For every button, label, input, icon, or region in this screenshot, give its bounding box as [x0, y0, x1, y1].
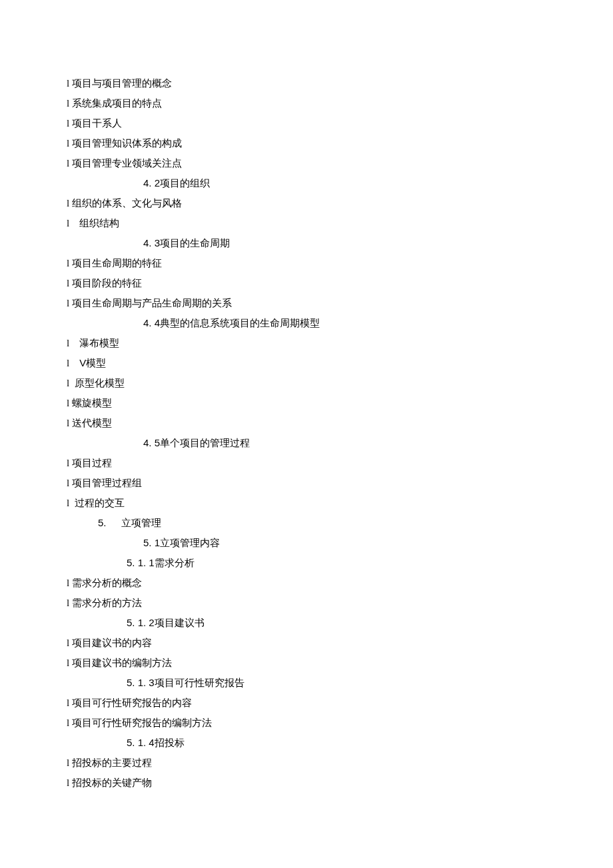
heading-number: 5. 1. 4 — [127, 737, 155, 748]
list-item: l 组织的体系、文化与风格 — [67, 193, 546, 213]
heading-text: 项目建议书 — [155, 618, 205, 628]
list-item: l 项目生命周期与产品生命周期的关系 — [67, 293, 546, 313]
list-item: l 项目建议书的内容 — [67, 633, 546, 653]
list-item-text: 需求分析的概念 — [72, 578, 142, 588]
heading-level-2: 4. 2项目的组织 — [143, 173, 546, 193]
bullet-bar: l — [67, 98, 72, 109]
bullet-bar: l — [67, 158, 72, 169]
list-item: l 螺旋模型 — [67, 393, 546, 413]
bullet-bar: l — [67, 458, 72, 468]
v-label: V — [79, 357, 86, 368]
bullet-bar: l — [67, 358, 79, 368]
list-item-text: 需求分析的方法 — [72, 598, 142, 608]
heading-level-3: 5. 1. 3项目可行性研究报告 — [127, 673, 546, 693]
list-item: l 需求分析的概念 — [67, 573, 546, 593]
list-item-text: 项目与项目管理的概念 — [72, 78, 172, 89]
bullet-bar: l — [67, 697, 72, 708]
list-item: l 过程的交互 — [67, 493, 546, 513]
bullet-bar: l — [67, 418, 72, 428]
heading-text: 项目的生命周期 — [160, 238, 230, 248]
bullet-bar: l — [67, 717, 72, 728]
list-item-text: 组织结构 — [79, 218, 119, 228]
bullet-bar: l — [67, 598, 72, 608]
heading-text: 典型的信息系统项目的生命周期模型 — [160, 318, 320, 328]
list-item: l 项目管理知识体系的构成 — [67, 133, 546, 153]
list-item-text: 项目管理专业领域关注点 — [72, 158, 182, 169]
list-item-text: 送代模型 — [72, 418, 112, 428]
list-item: l 项目阶段的特征 — [67, 273, 546, 293]
list-item: l 瀑布模型 — [67, 333, 546, 353]
list-item-text: 系统集成项目的特点 — [72, 98, 162, 109]
list-item-text: 项目可行性研究报告的内容 — [72, 697, 192, 708]
list-item-text: 项目管理过程组 — [72, 478, 142, 488]
list-item: l V模型 — [67, 353, 546, 373]
heading-level-3: 5. 1. 2项目建议书 — [127, 613, 546, 633]
bullet-bar: l — [67, 118, 72, 129]
heading-text: 招投标 — [155, 737, 185, 748]
list-item: l 项目管理专业领域关注点 — [67, 153, 546, 173]
list-item-text: 项目生命周期的特征 — [72, 258, 162, 268]
bullet-bar: l — [67, 78, 72, 89]
heading-level-1: 5. 立项管理 — [98, 513, 546, 533]
heading-number: 5. 1. 2 — [127, 617, 155, 628]
outline-list: l 项目与项目管理的概念l 系统集成项目的特点l 项目干系人l 项目管理知识体系… — [67, 73, 546, 793]
list-item-text: 项目建议书的编制方法 — [72, 657, 172, 668]
list-item-text: 项目过程 — [72, 458, 112, 468]
list-item-text: 组织的体系、文化与风格 — [72, 198, 182, 209]
bullet-bar: l — [67, 498, 75, 508]
bullet-bar: l — [67, 777, 72, 788]
list-item: l 项目可行性研究报告的内容 — [67, 693, 546, 713]
list-item: l 送代模型 — [67, 413, 546, 433]
document-body: l 项目与项目管理的概念l 系统集成项目的特点l 项目干系人l 项目管理知识体系… — [67, 73, 546, 793]
list-item-text: 招投标的主要过程 — [72, 757, 152, 768]
bullet-bar: l — [67, 198, 72, 209]
list-item-text: 项目管理知识体系的构成 — [72, 138, 182, 149]
bullet-bar: l — [67, 258, 72, 268]
list-item-text: 项目阶段的特征 — [72, 278, 142, 288]
list-item: l 项目与项目管理的概念 — [67, 73, 546, 93]
heading-text: 立项管理 — [121, 518, 161, 528]
list-item: l 组织结构 — [67, 213, 546, 233]
bullet-bar: l — [67, 378, 75, 388]
heading-level-2: 4. 3项目的生命周期 — [143, 233, 546, 253]
heading-level-3: 5. 1. 4招投标 — [127, 733, 546, 753]
list-item: l 项目干系人 — [67, 113, 546, 133]
list-item-text: 项目生命周期与产品生命周期的关系 — [72, 298, 232, 308]
heading-number: 5. 1. 1 — [127, 557, 155, 568]
bullet-bar: l — [67, 338, 79, 348]
bullet-bar: l — [67, 578, 72, 588]
heading-number: 4. 3 — [143, 237, 160, 248]
bullet-bar: l — [67, 657, 72, 668]
heading-text: 项目的组织 — [160, 178, 210, 189]
list-item: l 招投标的主要过程 — [67, 753, 546, 773]
list-item: l 项目管理过程组 — [67, 473, 546, 493]
heading-number: 4. 5 — [143, 437, 160, 448]
bullet-bar: l — [67, 757, 72, 768]
list-item: l 需求分析的方法 — [67, 593, 546, 613]
heading-level-2: 4. 4典型的信息系统项目的生命周期模型 — [143, 313, 546, 333]
heading-number: 5. 1 — [143, 537, 160, 548]
heading-number: 5. 1. 3 — [127, 677, 155, 688]
heading-number: 4. 4 — [143, 317, 160, 328]
bullet-bar: l — [67, 638, 72, 648]
list-item: l 招投标的关键产物 — [67, 773, 546, 793]
list-item-text: 螺旋模型 — [72, 398, 112, 408]
heading-level-2: 4. 5单个项目的管理过程 — [143, 433, 546, 453]
list-item: l 原型化模型 — [67, 373, 546, 393]
list-item-text: 瀑布模型 — [79, 338, 119, 348]
bullet-bar: l — [67, 298, 72, 308]
heading-number: 5. — [98, 517, 107, 528]
heading-text: 项目可行性研究报告 — [155, 677, 245, 688]
list-item: l 项目生命周期的特征 — [67, 253, 546, 273]
bullet-bar: l — [67, 218, 79, 228]
list-item: l 项目建议书的编制方法 — [67, 653, 546, 673]
heading-text: 单个项目的管理过程 — [160, 438, 250, 448]
bullet-bar: l — [67, 278, 72, 288]
heading-text: 需求分析 — [155, 558, 195, 568]
list-item-text: 原型化模型 — [75, 378, 125, 388]
list-item-text: 项目建议书的内容 — [72, 638, 152, 648]
heading-level-3: 5. 1. 1需求分析 — [127, 553, 546, 573]
heading-text: 立项管理内容 — [160, 538, 220, 548]
list-item-text: 招投标的关键产物 — [72, 777, 152, 788]
list-item-text: 项目可行性研究报告的编制方法 — [72, 717, 212, 728]
